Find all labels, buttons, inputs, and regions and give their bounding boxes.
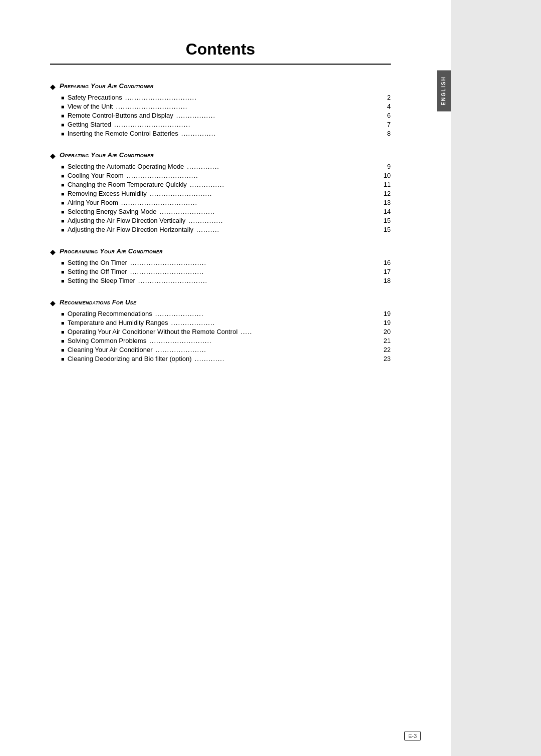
toc-entry: ■Cleaning Deodorizing and Bio filter (op… <box>61 355 391 362</box>
entry-label: Setting the On Timer <box>68 259 127 266</box>
entry-label: Solving Common Problems <box>68 337 147 344</box>
toc-entry: ■Inserting the Remote Control Batteries.… <box>61 130 391 137</box>
entry-page-number: 21 <box>381 337 391 344</box>
entry-page-number: 7 <box>381 121 391 128</box>
diamond-icon: ◆ <box>50 299 56 307</box>
entry-dots: ................................. <box>130 259 378 266</box>
entry-page-number: 12 <box>381 190 391 197</box>
toc-entries-programming: ■Setting the On Timer...................… <box>61 259 391 284</box>
entry-page-number: 18 <box>381 277 391 284</box>
entry-bullet-icon: ■ <box>61 347 65 353</box>
section-programming: ◆Programming Your Air Conditioner■Settin… <box>50 247 391 284</box>
entry-bullet-icon: ■ <box>61 209 65 215</box>
toc-entry: ■Safety Precautions.....................… <box>61 94 391 101</box>
entry-label: Inserting the Remote Control Batteries <box>68 130 178 137</box>
entry-page-number: 22 <box>381 346 391 353</box>
toc-entry: ■Cooling Your Room......................… <box>61 172 391 179</box>
diamond-icon: ◆ <box>50 248 56 256</box>
entry-dots: ............................... <box>116 103 378 110</box>
entry-bullet-icon: ■ <box>61 278 65 284</box>
entry-bullet-icon: ■ <box>61 164 65 170</box>
title-divider <box>50 64 391 65</box>
section-title-recommendations: Recommendations For Use <box>60 298 136 306</box>
entry-page-number: 23 <box>381 355 391 362</box>
toc-entry: ■Airing Your Room.......................… <box>61 199 391 206</box>
entry-page-number: 19 <box>381 310 391 317</box>
entry-dots: ...................... <box>156 346 378 353</box>
toc-entry: ■Operating Your Air Conditioner Without … <box>61 328 391 335</box>
page-container: ENGLISH Contents ◆Preparing Your Air Con… <box>0 0 451 756</box>
toc-entry: ■Cleaning Your Air Conditioner..........… <box>61 346 391 353</box>
content-area: Contents ◆Preparing Your Air Conditioner… <box>0 0 451 417</box>
entry-page-number: 16 <box>381 259 391 266</box>
entry-label: Cleaning Your Air Conditioner <box>68 346 153 353</box>
language-tab: ENGLISH <box>437 70 451 111</box>
toc-entry: ■Setting the Off Timer..................… <box>61 268 391 275</box>
entry-label: Operating Your Air Conditioner Without t… <box>68 328 238 335</box>
section-title-operating: Operating Your Air Conditioner <box>60 151 154 159</box>
entry-bullet-icon: ■ <box>61 338 65 344</box>
section-header-programming: ◆Programming Your Air Conditioner <box>50 247 391 256</box>
entry-bullet-icon: ■ <box>61 104 65 110</box>
toc-entry: ■Temperature and Humidity Ranges........… <box>61 319 391 326</box>
section-header-recommendations: ◆Recommendations For Use <box>50 298 391 307</box>
entry-label: Cleaning Deodorizing and Bio filter (opt… <box>68 355 192 362</box>
entry-bullet-icon: ■ <box>61 329 65 335</box>
entry-page-number: 13 <box>381 199 391 206</box>
entry-dots: ................................. <box>114 121 378 128</box>
entry-page-number: 8 <box>381 130 391 137</box>
entry-bullet-icon: ■ <box>61 122 65 128</box>
entry-page-number: 4 <box>381 103 391 110</box>
toc-entries-preparing: ■Safety Precautions.....................… <box>61 94 391 137</box>
toc-entry: ■Removing Excess Humidity...............… <box>61 190 391 197</box>
entry-page-number: 14 <box>381 208 391 215</box>
entry-label: Selecting the Automatic Operating Mode <box>68 163 184 170</box>
entry-dots: .............. <box>187 163 378 170</box>
entry-bullet-icon: ■ <box>61 311 65 317</box>
entry-label: Cooling Your Room <box>68 172 124 179</box>
entry-bullet-icon: ■ <box>61 356 65 362</box>
entry-page-number: 17 <box>381 268 391 275</box>
toc-entry: ■Changing the Room Temperature Quickly..… <box>61 181 391 188</box>
entry-dots: ................. <box>176 112 378 119</box>
toc-entry: ■Getting Started........................… <box>61 121 391 128</box>
entry-page-number: 10 <box>381 172 391 179</box>
entry-label: Adjusting the Air Flow Direction Horizon… <box>68 226 193 233</box>
entry-dots: ............... <box>188 217 378 224</box>
toc-entry: ■Setting the Sleep Timer................… <box>61 277 391 284</box>
entry-label: Setting the Off Timer <box>68 268 127 275</box>
toc-entry: ■Adjusting the Air Flow Direction Horizo… <box>61 226 391 233</box>
entry-bullet-icon: ■ <box>61 131 65 137</box>
entry-dots: ............... <box>190 181 378 188</box>
entry-dots: ........................ <box>159 208 378 215</box>
entry-label: Setting the Sleep Timer <box>68 277 135 284</box>
entry-page-number: 20 <box>381 328 391 335</box>
entry-label: Changing the Room Temperature Quickly <box>68 181 187 188</box>
diamond-icon: ◆ <box>50 152 56 160</box>
entry-dots: .............................. <box>138 277 378 284</box>
entry-label: Selecting Energy Saving Mode <box>68 208 157 215</box>
section-header-operating: ◆Operating Your Air Conditioner <box>50 151 391 160</box>
entry-label: Getting Started <box>68 121 111 128</box>
diamond-icon: ◆ <box>50 83 56 91</box>
entry-label: Adjusting the Air Flow Direction Vertica… <box>68 217 186 224</box>
entry-label: Safety Precautions <box>68 94 122 101</box>
toc-entries-operating: ■Selecting the Automatic Operating Mode.… <box>61 163 391 233</box>
section-title-preparing: Preparing Your Air Conditioner <box>60 82 154 90</box>
entry-dots: ............. <box>195 355 378 362</box>
entry-bullet-icon: ■ <box>61 227 65 233</box>
toc-entry: ■Setting the On Timer...................… <box>61 259 391 266</box>
entry-bullet-icon: ■ <box>61 320 65 326</box>
entry-dots: .......... <box>196 226 378 233</box>
entry-dots: ........................... <box>150 190 378 197</box>
entry-dots: ........................... <box>149 337 378 344</box>
toc-entry: ■Operating Recommendations..............… <box>61 310 391 317</box>
toc-entries-recommendations: ■Operating Recommendations..............… <box>61 310 391 362</box>
entry-label: Airing Your Room <box>68 199 118 206</box>
entry-label: Temperature and Humidity Ranges <box>68 319 168 326</box>
entry-bullet-icon: ■ <box>61 182 65 188</box>
entry-dots: ................... <box>171 319 378 326</box>
section-operating: ◆Operating Your Air Conditioner■Selectin… <box>50 151 391 233</box>
entry-bullet-icon: ■ <box>61 191 65 197</box>
toc-entry: ■Solving Common Problems................… <box>61 337 391 344</box>
